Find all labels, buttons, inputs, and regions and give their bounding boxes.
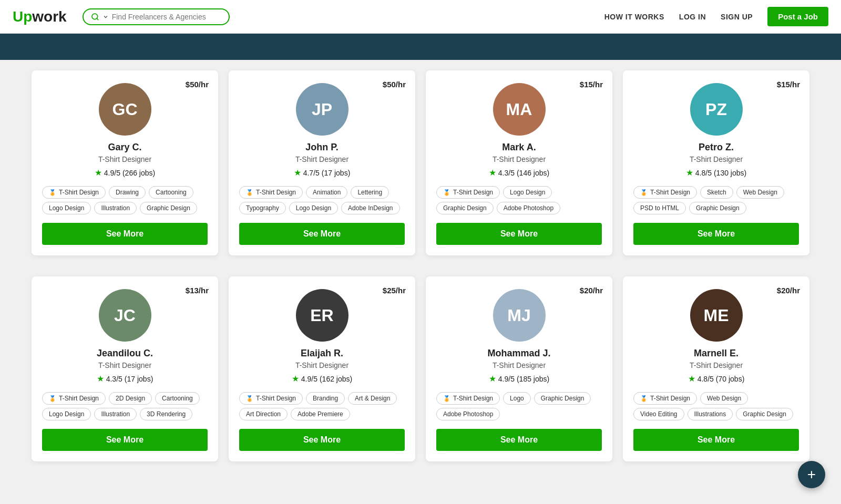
see-more-button[interactable]: See More [633,223,799,245]
star-icon: ★ [294,168,301,178]
freelancer-name: Mohammad J. [487,348,550,359]
card-rate: $50/hr [383,80,406,89]
rating-row: ★4.9/5(162 jobs) [292,374,352,384]
search-bar [83,8,230,25]
search-input[interactable] [112,13,221,21]
jobs-count: (17 jobs) [322,169,350,177]
skill-tag[interactable]: T-Shirt Design [239,392,303,405]
freelancer-title: T-Shirt Designer [493,361,546,369]
how-it-works-link[interactable]: HOW IT WORKS [604,13,664,21]
skill-tag[interactable]: Drawing [109,186,146,199]
jobs-count: (146 jobs) [517,169,549,177]
see-more-button[interactable]: See More [42,223,208,245]
skill-tag[interactable]: Typography [239,202,286,214]
skills-area: T-Shirt DesignDrawingCartooningLogo Desi… [42,186,208,214]
skill-tag[interactable]: Web Design [700,392,748,405]
skill-tag[interactable]: Logo Design [42,408,91,420]
skill-tag[interactable]: 2D Design [109,392,152,405]
avatar: PZ [690,83,743,136]
see-more-button[interactable]: See More [633,429,799,451]
freelancer-title: T-Shirt Designer [690,155,743,163]
skill-tag[interactable]: Lettering [351,186,389,199]
freelancer-card: $50/hrGCGary C.T-Shirt Designer★4.9/5(26… [32,70,218,255]
skill-tag[interactable]: Sketch [700,186,733,199]
skill-tag[interactable]: T-Shirt Design [436,186,500,199]
skill-tag[interactable]: Logo Design [289,202,338,214]
avatar: ME [690,289,743,342]
skill-tag[interactable]: PSD to HTML [633,202,686,214]
skills-area: T-Shirt Design2D DesignCartooningLogo De… [42,392,208,420]
skill-tag[interactable]: Branding [306,392,345,405]
jobs-count: (266 jobs) [122,169,155,177]
skill-tag[interactable]: Adobe InDesign [341,202,399,214]
freelancer-title: T-Shirt Designer [690,361,743,369]
login-link[interactable]: LOG IN [679,13,706,21]
freelancer-name: Gary C. [108,142,141,153]
freelancer-card: $15/hrPZPetro Z.T-Shirt Designer★4.8/5(1… [623,70,809,255]
jobs-count: (130 jobs) [714,169,746,177]
logo-up: Up [13,8,32,25]
card-rate: $20/hr [777,286,800,295]
see-more-button[interactable]: See More [239,429,405,451]
skill-tag[interactable]: Cartooning [149,186,193,199]
logo[interactable]: Upwork [13,8,67,25]
freelancer-title: T-Shirt Designer [98,155,151,163]
star-icon: ★ [688,374,695,384]
skill-tag[interactable]: Art Direction [239,408,288,420]
skill-tag[interactable]: Graphic Design [436,202,494,214]
rating-value: 4.7/5 [303,169,320,177]
rating-row: ★4.3/5(17 jobs) [97,374,153,384]
skill-tag[interactable]: Illustration [94,408,137,420]
skill-tag[interactable]: Logo Design [42,202,91,214]
fab-button[interactable]: + [798,461,825,488]
skill-tag[interactable]: T-Shirt Design [42,186,106,199]
skill-tag[interactable]: Adobe Photoshop [497,202,560,214]
see-more-button[interactable]: See More [436,429,602,451]
skill-tag[interactable]: Illustrations [688,408,733,420]
svg-line-1 [97,18,98,20]
logo-work: work [32,8,66,25]
see-more-button[interactable]: See More [42,429,208,451]
see-more-button[interactable]: See More [239,223,405,245]
skill-tag[interactable]: Art & Design [348,392,397,405]
card-rate: $13/hr [186,286,209,295]
skill-tag[interactable]: Graphic Design [534,392,591,405]
skill-tag[interactable]: Animation [306,186,347,199]
freelancer-card: $20/hrMJMohammad J.T-Shirt Designer★4.9/… [426,276,612,461]
skill-tag[interactable]: T-Shirt Design [633,392,697,405]
jobs-count: (17 jobs) [125,375,153,383]
skill-tag[interactable]: Graphic Design [140,202,197,214]
skill-tag[interactable]: T-Shirt Design [239,186,303,199]
signup-link[interactable]: SIGN UP [721,13,753,21]
avatar: MA [493,83,546,136]
avatar: JP [296,83,348,136]
skill-tag[interactable]: T-Shirt Design [633,186,697,199]
skill-tag[interactable]: Illustration [94,202,137,214]
skill-tag[interactable]: Graphic Design [689,202,746,214]
skill-tag[interactable]: T-Shirt Design [42,392,106,405]
star-icon: ★ [686,168,693,178]
skill-tag[interactable]: Web Design [736,186,784,199]
svg-point-0 [92,14,98,19]
skill-tag[interactable]: Adobe Premiere [291,408,350,420]
see-more-button[interactable]: See More [436,223,602,245]
skill-tag[interactable]: Logo Design [503,186,552,199]
post-job-button[interactable]: Post a Job [767,7,828,26]
rating-row: ★4.9/5(185 jobs) [489,374,549,384]
skill-tag[interactable]: T-Shirt Design [436,392,500,405]
skill-tag[interactable]: Cartooning [155,392,200,405]
rating-value: 4.8/5 [695,169,712,177]
skill-tag[interactable]: 3D Rendering [140,408,192,420]
rating-row: ★4.7/5(17 jobs) [294,168,351,178]
card-rate: $25/hr [383,286,406,295]
avatar: JC [99,289,151,342]
card-rate: $20/hr [580,286,603,295]
rating-value: 4.9/5 [104,169,120,177]
skill-tag[interactable]: Graphic Design [736,408,793,420]
skill-tag[interactable]: Adobe Photoshop [436,408,500,420]
jobs-count: (70 jobs) [716,375,744,383]
freelancer-card: $13/hrJCJeandilou C.T-Shirt Designer★4.3… [32,276,218,461]
skill-tag[interactable]: Video Editing [633,408,684,420]
skill-tag[interactable]: Logo [503,392,531,405]
freelancer-card: $25/hrERElaijah R.T-Shirt Designer★4.9/5… [229,276,415,461]
